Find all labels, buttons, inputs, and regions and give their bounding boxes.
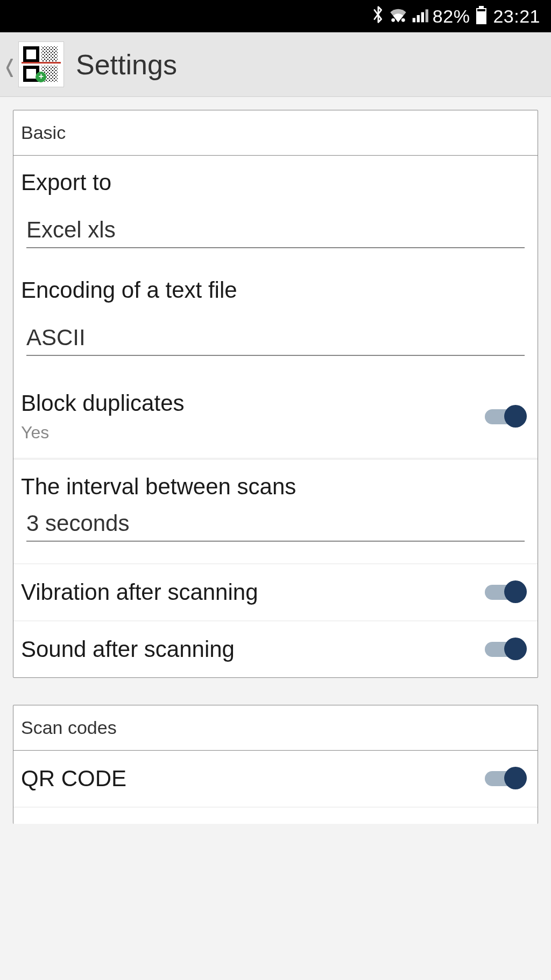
export-to-value: Excel xls xyxy=(26,217,525,248)
svg-point-0 xyxy=(401,18,405,22)
vibration-label: Vibration after scanning xyxy=(21,579,258,605)
section-header-basic: Basic xyxy=(13,110,538,156)
interval-label: The interval between scans xyxy=(21,474,530,500)
svg-point-1 xyxy=(391,18,395,22)
block-duplicates-label: Block duplicates xyxy=(21,390,185,416)
content: Basic Export to Excel xls Encoding of a … xyxy=(0,97,551,837)
qr-code-label: QR CODE xyxy=(21,766,126,792)
setting-encoding[interactable]: Encoding of a text file ASCII xyxy=(13,263,538,371)
app-header: ‹ Settings xyxy=(0,32,551,97)
battery-icon xyxy=(476,8,486,24)
vibration-toggle[interactable] xyxy=(485,583,527,602)
block-duplicates-toggle[interactable] xyxy=(485,407,527,426)
setting-export-to[interactable]: Export to Excel xls xyxy=(13,156,538,263)
export-to-label: Export to xyxy=(21,170,530,195)
page-title: Settings xyxy=(76,48,177,81)
encoding-label: Encoding of a text file xyxy=(21,277,530,303)
sound-toggle[interactable] xyxy=(485,640,527,659)
section-header-scan-codes: Scan codes xyxy=(13,705,538,751)
scan-codes-section: Scan codes QR CODE xyxy=(13,705,538,824)
setting-block-duplicates[interactable]: Block duplicates Yes xyxy=(13,371,538,459)
bluetooth-icon xyxy=(371,5,385,27)
setting-qr-code[interactable]: QR CODE xyxy=(13,751,538,808)
setting-vibration[interactable]: Vibration after scanning xyxy=(13,564,538,621)
wifi-icon xyxy=(390,6,407,27)
status-bar: 82% 23:21 xyxy=(0,0,551,32)
setting-interval[interactable]: The interval between scans 3 seconds xyxy=(13,459,538,564)
qr-code-toggle[interactable] xyxy=(485,769,527,788)
sound-label: Sound after scanning xyxy=(21,636,235,662)
app-icon[interactable] xyxy=(18,41,64,87)
basic-section: Basic Export to Excel xls Encoding of a … xyxy=(13,110,538,678)
interval-value: 3 seconds xyxy=(26,510,525,542)
clock: 23:21 xyxy=(493,6,540,27)
setting-sound[interactable]: Sound after scanning xyxy=(13,621,538,677)
block-duplicates-sub: Yes xyxy=(21,423,185,443)
battery-percent: 82% xyxy=(433,6,470,27)
signal-icon xyxy=(411,6,428,27)
back-chevron-icon[interactable]: ‹ xyxy=(5,38,14,91)
encoding-value: ASCII xyxy=(26,325,525,356)
